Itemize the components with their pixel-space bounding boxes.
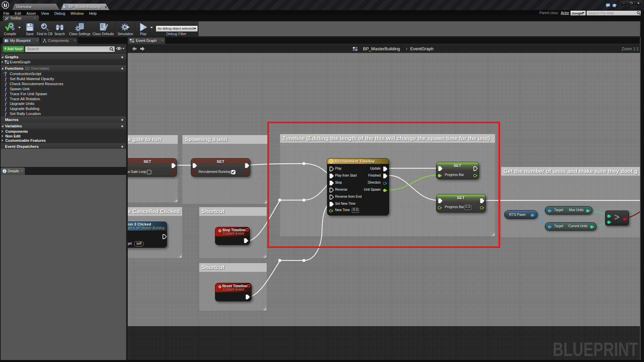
checkbox-unchecked[interactable] [147, 170, 151, 174]
my-blueprint-header-row: + Add New Search [0, 45, 126, 53]
nav-back-icon[interactable] [131, 46, 137, 51]
toolbar-button-label: Find in CB [35, 32, 54, 36]
tree-item-function[interactable]: fSet Rally Location [0, 111, 126, 116]
bool-out-pin[interactable] [245, 170, 250, 175]
play-options-caret[interactable] [150, 27, 153, 28]
exec-out-pin[interactable] [245, 163, 250, 168]
int-in-pin[interactable] [607, 220, 612, 225]
tab-details-close-icon[interactable]: × [21, 169, 23, 173]
toolbar-button-play[interactable]: Play [137, 21, 150, 37]
int-in-pin[interactable] [607, 214, 612, 219]
node-get-max-units[interactable]: TargetMax Units [545, 206, 593, 215]
search-engine-dropdown[interactable]: Google [570, 10, 586, 16]
section-header-variables[interactable]: Variables+ [0, 123, 126, 129]
window-tab-close-icon[interactable]: x [105, 5, 107, 9]
section-header-macros[interactable]: Macros+ [0, 117, 126, 123]
tree-item-function[interactable]: fUpgrade Units [0, 101, 126, 106]
exec-out-pin[interactable] [171, 163, 176, 168]
section-add-icon[interactable]: + [121, 55, 123, 60]
window-tab-bp-masterbuilding[interactable]: BP_MasterBuilding x [61, 4, 109, 10]
feedback-bubble-icon[interactable] [606, 3, 611, 8]
tree-category-customizable-features[interactable]: Customizable Features [0, 138, 126, 143]
tree-item-eventgraph[interactable]: EventGraph [0, 59, 126, 65]
int-out-pin[interactable] [586, 208, 591, 213]
exec-out-pin[interactable] [162, 234, 167, 239]
help-search-icon [637, 11, 641, 15]
node-set-recrutement-running[interactable]: SET Recrutement Running [191, 158, 250, 177]
window-tab-overview[interactable]: Overview [12, 4, 60, 10]
exec-out-pin[interactable] [246, 295, 250, 299]
checkbox-checked[interactable] [231, 170, 235, 174]
tree-item-function[interactable]: f ConstructionScript [0, 71, 126, 76]
object-in-pin[interactable] [548, 208, 552, 213]
section-add-icon[interactable]: + [121, 66, 123, 71]
graph-canvas[interactable]: BLUEPRINT e gate to runSpawning a unitTi… [128, 53, 640, 362]
window-close-button[interactable]: ✕ [635, 1, 642, 6]
node-stop-timeline[interactable]: Stop TimelineCustom Event [215, 227, 250, 245]
expander-icon[interactable] [2, 61, 3, 63]
node-set-gate-loop[interactable]: SET w Gate Loop [128, 158, 177, 177]
window-minimize-button[interactable]: − [620, 1, 628, 6]
toolbar-button-compile[interactable]: Compile [1, 21, 19, 37]
exec-out-pin[interactable] [244, 238, 249, 243]
toolbar-button-search[interactable]: Search [52, 21, 67, 37]
section-header-functions[interactable]: Functions(21 Overridable)+ [0, 65, 126, 72]
section-add-icon[interactable]: + [121, 124, 123, 129]
self-value-box[interactable]: self [134, 241, 144, 246]
tab-event-graph[interactable]: Event Graph × [128, 38, 165, 44]
add-new-button[interactable]: + Add New [3, 46, 24, 52]
tree-category-non-edit[interactable]: Non Edit [0, 134, 126, 138]
node-greater-than[interactable]: > [605, 210, 629, 226]
object-in-pin[interactable] [548, 225, 552, 229]
tab-details[interactable]: i Details × [1, 168, 25, 175]
bool-out-pin[interactable] [623, 217, 628, 222]
section-add-icon[interactable]: + [121, 117, 123, 122]
tree-item-label: Set Rally Location [10, 112, 41, 116]
tree-category-components[interactable]: Components [0, 129, 126, 134]
tab-components[interactable]: Components × [41, 38, 77, 44]
help-search-input[interactable]: Search For Help [586, 10, 642, 16]
tree-item-function[interactable]: fCheck Recrutement Resources [0, 81, 126, 86]
section-add-icon[interactable]: + [121, 144, 123, 149]
my-blueprint-search-input[interactable]: Search [25, 46, 115, 52]
tree-item-function[interactable]: fSpawn Unit [0, 86, 126, 92]
node-button3-clicked[interactable]: ton 3 Clickedget is BP Master Building g… [128, 222, 167, 248]
tree-item-function[interactable]: fTrace All Rotation [0, 97, 126, 102]
tab-components-close-icon[interactable]: × [74, 39, 76, 42]
node-reset-timeline[interactable]: Reset TimelineCustom Event [215, 283, 252, 301]
expander-icon[interactable] [2, 130, 3, 133]
breadcrumb-current[interactable]: EventGraph [410, 46, 433, 51]
compile-options-caret[interactable] [18, 27, 21, 28]
expander-icon[interactable] [2, 135, 3, 137]
window-maximize-button[interactable]: ❐ [627, 1, 635, 6]
bool-in-pin[interactable] [192, 170, 197, 175]
exec-in-pin[interactable] [193, 163, 197, 168]
tab-my-blueprint-close-icon[interactable]: × [36, 39, 38, 42]
visibility-eye-icon[interactable] [116, 46, 122, 51]
tree-item-function[interactable]: fSet Build Material Opacity [0, 76, 126, 81]
delegate-pin[interactable] [247, 284, 250, 287]
tab-event-graph-close-icon[interactable]: × [161, 39, 163, 42]
node-rts-pawn[interactable]: RTS Pawn [504, 210, 538, 219]
nav-forward-icon[interactable] [140, 46, 146, 51]
tab-my-blueprint[interactable]: My Blueprint × [3, 38, 40, 44]
int-out-pin[interactable] [590, 225, 595, 229]
node-get-current-units[interactable]: TargetCurrent Units [545, 222, 597, 231]
tree-item-function[interactable]: fUpgrade Building [0, 106, 126, 111]
toolbar-button-find-in-cb[interactable]: Find in CB [35, 21, 54, 37]
toolbar-button-class-settings[interactable]: Class Settings [67, 21, 93, 37]
debug-object-dropdown[interactable]: No debug object selected [156, 25, 198, 32]
my-blueprint-tree: Graphs+ EventGraphFunctions(21 Overridab… [0, 53, 126, 149]
toolbar-tab[interactable]: Toolbar × [3, 15, 39, 21]
toolbar-tab-close-icon[interactable]: × [34, 16, 36, 20]
expander-icon[interactable] [2, 139, 3, 142]
object-out-pin[interactable] [531, 213, 535, 218]
tutorial-cap-icon[interactable] [612, 3, 617, 8]
bool-out-pin[interactable] [171, 170, 176, 175]
parent-class-link[interactable]: Actor [561, 11, 569, 15]
breadcrumb-root[interactable]: BP_MasterBuilding [363, 46, 400, 51]
toolbar-button-class-defaults[interactable]: Class Defaults [90, 21, 116, 37]
delegate-pin[interactable] [246, 228, 249, 231]
tree-item-function[interactable]: fTrace For Unit Spawn [0, 92, 126, 97]
toolbar-button-simulation[interactable]: Simulation [115, 21, 136, 37]
